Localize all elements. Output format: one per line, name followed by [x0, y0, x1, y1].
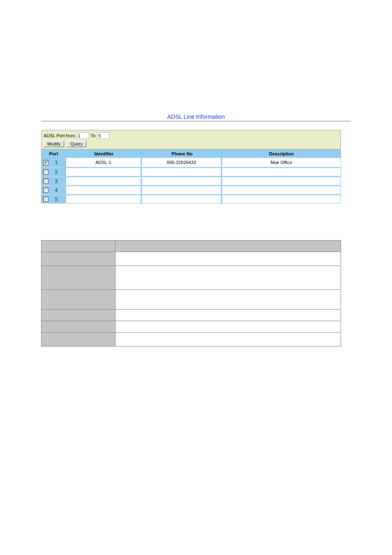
table-row: ✔1ADSL-1886-32826433Mak Office — [42, 158, 341, 167]
port-number: 1 — [51, 160, 66, 165]
table-row: 2 — [42, 167, 341, 176]
port-cell: 4 — [42, 186, 66, 194]
port-to-input[interactable] — [97, 132, 109, 139]
row-checkbox[interactable] — [43, 197, 48, 202]
filter-bar: ADSL Port from To Modify Query — [42, 130, 341, 149]
table-row: 5 — [42, 194, 341, 203]
definition-value — [115, 321, 341, 333]
definition-table — [41, 240, 341, 347]
definition-row — [42, 252, 341, 266]
port-number: 5 — [51, 197, 66, 202]
phone-cell[interactable] — [142, 195, 222, 203]
definition-value — [115, 333, 341, 347]
port-cell: 2 — [42, 168, 66, 176]
definition-label — [42, 266, 115, 290]
definition-row — [42, 266, 341, 290]
query-button[interactable]: Query — [67, 141, 86, 147]
page-title: ADSL Line Information — [167, 113, 225, 120]
port-cell: 3 — [42, 177, 66, 185]
description-cell[interactable] — [222, 186, 341, 194]
port-cell: ✔1 — [42, 158, 66, 167]
definition-row — [42, 321, 341, 333]
definition-label — [42, 240, 115, 252]
definition-label — [42, 310, 115, 321]
port-cell: 5 — [42, 195, 66, 203]
col-header-port: Port — [42, 150, 66, 158]
identifier-cell[interactable]: ADSL-1 — [66, 158, 142, 167]
title-divider — [41, 121, 351, 122]
col-header-description: Description — [222, 150, 341, 158]
identifier-cell[interactable] — [66, 168, 142, 176]
description-cell[interactable] — [222, 195, 341, 203]
table-row: 4 — [42, 185, 341, 194]
phone-cell[interactable] — [142, 177, 222, 185]
definition-row — [42, 290, 341, 310]
row-checkbox[interactable] — [43, 169, 48, 175]
phone-cell[interactable] — [142, 168, 222, 176]
row-checkbox[interactable] — [43, 187, 48, 193]
row-checkbox[interactable]: ✔ — [43, 160, 48, 165]
port-from-input[interactable] — [77, 132, 89, 139]
definition-label — [42, 321, 115, 333]
definition-label — [42, 333, 115, 347]
identifier-cell[interactable] — [66, 177, 142, 185]
definition-value — [115, 290, 341, 310]
modify-button[interactable]: Modify — [44, 141, 64, 147]
phone-cell[interactable] — [142, 186, 222, 194]
definition-value — [115, 240, 341, 252]
identifier-cell[interactable] — [66, 195, 142, 203]
definition-label — [42, 290, 115, 310]
filter-to-label: To — [91, 133, 96, 138]
definition-value — [115, 252, 341, 266]
definition-value — [115, 310, 341, 321]
definition-row — [42, 333, 341, 347]
port-number: 4 — [51, 187, 66, 193]
definition-row — [42, 240, 341, 252]
adsl-line-panel: ADSL Port from To Modify Query Port Iden… — [41, 130, 341, 204]
row-checkbox[interactable] — [43, 178, 48, 184]
description-cell[interactable]: Mak Office — [222, 158, 341, 167]
col-header-phone: Phone No — [142, 150, 222, 158]
table-header-row: Port Identifier Phone No Description — [42, 149, 341, 158]
port-number: 3 — [51, 178, 66, 184]
definition-row — [42, 310, 341, 321]
identifier-cell[interactable] — [66, 186, 142, 194]
definition-label — [42, 252, 115, 266]
filter-from-label: ADSL Port from — [44, 133, 75, 138]
description-cell[interactable] — [222, 177, 341, 185]
definition-value — [115, 266, 341, 290]
col-header-identifier: Identifier — [66, 150, 142, 158]
port-number: 2 — [51, 169, 66, 175]
phone-cell[interactable]: 886-32826433 — [142, 158, 222, 167]
table-row: 3 — [42, 176, 341, 185]
description-cell[interactable] — [222, 168, 341, 176]
